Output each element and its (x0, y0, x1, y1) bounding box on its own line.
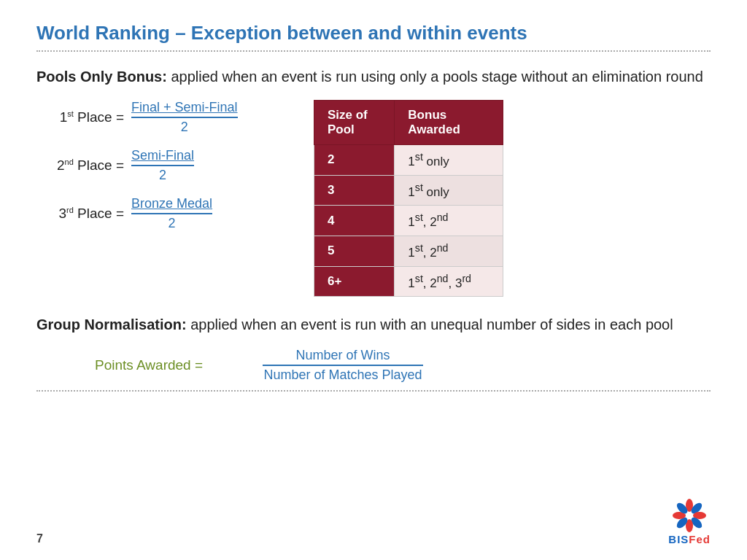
group-intro: Group Normalisation: applied when an eve… (36, 314, 711, 335)
group-formula-row: Points Awarded = Number of Wins Number o… (36, 348, 711, 383)
formula-block: 1st Place = Final + Semi-Final 2 2nd Pla… (36, 100, 285, 231)
formula-row-3: 3rd Place = Bronze Medal 2 (36, 196, 285, 231)
table-header-pool: Size ofPool (314, 101, 395, 145)
group-formula-label: Points Awarded = (95, 357, 241, 373)
slide-title: World Ranking – Exception between and wi… (36, 22, 711, 44)
logo-text: BISFed (668, 533, 711, 545)
pool-cell-2: 2 (314, 145, 395, 176)
bonus-cell-4: 1st, 2nd (395, 206, 503, 236)
group-fraction-denom: Number of Matches Played (263, 366, 423, 383)
group-text: applied when an event is run with an une… (187, 316, 673, 332)
table-row: 4 1st, 2nd (314, 206, 503, 236)
fraction-2: Semi-Final 2 (131, 148, 194, 183)
bonus-cell-3: 1st only (395, 175, 503, 206)
pools-only-intro: Pools Only Bonus: applied when an event … (36, 66, 711, 87)
table-header-bonus: BonusAwarded (395, 101, 503, 145)
group-fraction: Number of Wins Number of Matches Played (263, 348, 423, 383)
table-row: 2 1st only (314, 145, 503, 176)
table-row: 3 1st only (314, 175, 503, 206)
fraction-1: Final + Semi-Final 2 (131, 100, 238, 135)
sup-3rd: rd (66, 206, 74, 214)
fraction-1-denom: 2 (181, 118, 188, 135)
page-number: 7 (36, 532, 43, 545)
group-section: Group Normalisation: applied when an eve… (36, 314, 711, 383)
content-row: 1st Place = Final + Semi-Final 2 2nd Pla… (36, 100, 711, 297)
sup-2nd: nd (65, 158, 74, 166)
pools-only-text: applied when an event is run using only … (167, 69, 703, 85)
fraction-2-denom: 2 (159, 166, 166, 183)
logo: BISFed (668, 498, 711, 545)
slide: World Ranking – Exception between and wi… (0, 0, 747, 560)
fraction-3: Bronze Medal 2 (131, 196, 212, 231)
pool-cell-3: 3 (314, 175, 395, 206)
formula-label-2: 2nd Place = (36, 158, 124, 174)
bisfed-logo-icon (672, 498, 707, 533)
bonus-cell-5: 1st, 2nd (395, 236, 503, 266)
top-divider (36, 50, 711, 52)
bonus-cell-2: 1st only (395, 145, 503, 176)
sup-1st: st (67, 109, 74, 118)
formula-label-1: 1st Place = (36, 109, 124, 125)
pool-cell-5: 5 (314, 236, 395, 266)
bonus-cell-6: 1st, 2nd, 3rd (395, 266, 503, 297)
formula-row-1: 1st Place = Final + Semi-Final 2 (36, 100, 285, 135)
group-fraction-num: Number of Wins (263, 348, 423, 366)
pools-only-bold: Pools Only Bonus: (36, 69, 167, 85)
fraction-1-num: Final + Semi-Final (131, 100, 238, 118)
bottom-divider (36, 390, 711, 392)
formula-label-3: 3rd Place = (36, 206, 124, 222)
logo-fed: Fed (689, 533, 711, 545)
formula-row-2: 2nd Place = Semi-Final 2 (36, 148, 285, 183)
bottom-bar: 7 BISFed (36, 491, 711, 545)
svg-point-8 (686, 512, 693, 519)
fraction-3-num: Bronze Medal (131, 196, 212, 214)
group-bold: Group Normalisation: (36, 316, 187, 332)
pool-cell-6: 6+ (314, 266, 395, 297)
pool-cell-4: 4 (314, 206, 395, 236)
table-row: 5 1st, 2nd (314, 236, 503, 266)
table-row: 6+ 1st, 2nd, 3rd (314, 266, 503, 297)
fraction-2-num: Semi-Final (131, 148, 194, 166)
table-header-row: Size ofPool BonusAwarded (314, 101, 503, 145)
logo-bis: BIS (668, 533, 689, 545)
bonus-pool-table: Size ofPool BonusAwarded 2 1st only 3 1s… (314, 100, 503, 297)
fraction-3-denom: 2 (169, 214, 176, 231)
